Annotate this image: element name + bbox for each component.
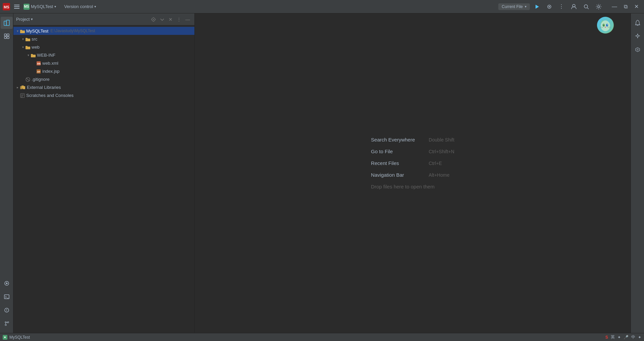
minimize-panel-btn[interactable]: — (184, 16, 192, 23)
web-name: web (32, 45, 40, 50)
svg-line-10 (587, 8, 589, 9)
version-control-dropdown-icon: ▾ (94, 5, 96, 8)
sidebar-structure-icon[interactable] (1, 30, 13, 42)
plugins-icon[interactable] (632, 44, 644, 56)
avatar-image (597, 17, 614, 34)
svg-rect-15 (7, 34, 9, 36)
left-sidebar (0, 13, 13, 333)
project-dropdown-icon: ▾ (54, 5, 56, 8)
recent-files-shortcut: Ctrl+E (429, 161, 442, 166)
bottom-bar: ■ MySQLTest S 英 ✦ 🎤 中 ✦ (0, 333, 644, 341)
panel-title-dropdown[interactable]: ▾ (31, 17, 33, 21)
panel-header: Project ▾ (13, 13, 194, 25)
tree-extlibs[interactable]: ▸ External Libraries (13, 83, 194, 91)
notifications-icon[interactable] (632, 17, 644, 29)
sidebar-git-icon[interactable] (1, 318, 13, 330)
minimize-button[interactable]: — (609, 3, 620, 10)
svg-point-9 (584, 5, 588, 8)
tree-webinf[interactable]: ▾ WEB-INF (13, 51, 194, 59)
close-button[interactable]: ✕ (632, 3, 641, 10)
svg-marker-19 (6, 282, 8, 284)
extlibs-arrow: ▸ (15, 86, 20, 89)
version-control-selector[interactable]: Version control ▾ (64, 4, 96, 9)
webxml-icon: XML (36, 60, 41, 66)
title-bar-left: MS MS MySQLTest ▾ Version control ▾ (3, 3, 96, 11)
svg-point-29 (153, 19, 154, 20)
close-panel-btn[interactable]: ✕ (167, 16, 174, 23)
input-method-5: 中 (631, 334, 635, 340)
tree-gitignore[interactable]: .gitignore (13, 75, 194, 83)
svg-line-39 (27, 78, 29, 81)
extlibs-name: External Libraries (27, 85, 61, 90)
svg-rect-42 (23, 86, 25, 89)
sidebar-terminal-icon[interactable] (1, 291, 13, 303)
nav-bar-shortcut: Alt+Home (429, 172, 450, 178)
sidebar-project-icon[interactable] (1, 17, 13, 29)
tree-webxml[interactable]: XML web.xml (13, 59, 194, 67)
collapse-all-btn[interactable] (158, 16, 166, 23)
title-bar: MS MS MySQLTest ▾ Version control ▾ Curr… (0, 0, 644, 13)
search-button[interactable] (582, 3, 591, 11)
svg-point-50 (601, 20, 610, 31)
panel-actions: ✕ ⋮ — (149, 16, 192, 23)
ai-assistant-icon[interactable] (632, 30, 644, 42)
more-icon: ⋮ (177, 17, 181, 22)
tree-root[interactable]: ▾ MySQLTest E:\Javastudy\MySQLTest (13, 27, 194, 35)
tree-src[interactable]: ▾ src (13, 35, 194, 43)
gitignore-icon (26, 76, 30, 82)
input-method-6: ✦ (638, 335, 641, 340)
current-file-label: Current File (502, 4, 523, 9)
scratches-name: Scratches and Consoles (26, 93, 74, 98)
goto-file-label: Go to File (371, 149, 425, 154)
svg-point-26 (5, 324, 6, 326)
sidebar-run-icon[interactable] (1, 277, 13, 289)
settings-button[interactable] (594, 2, 604, 11)
debug-button[interactable] (545, 3, 554, 11)
account-button[interactable] (569, 2, 579, 11)
indexjsp-name: index.jsp (42, 69, 59, 74)
indexjsp-icon: JSP (36, 68, 41, 74)
webxml-name: web.xml (42, 61, 58, 66)
project-panel: Project ▾ (13, 13, 195, 333)
nav-bar-label: Navigation Bar (371, 172, 425, 178)
bottom-bar-left: ■ MySQLTest (3, 335, 30, 340)
tree-scratches[interactable]: Scratches and Consoles (13, 91, 194, 99)
current-file-dropdown-icon: ▾ (525, 5, 526, 8)
search-everywhere-shortcut: Double Shift (429, 137, 454, 143)
tree-indexjsp[interactable]: JSP index.jsp (13, 67, 194, 75)
restore-button[interactable]: ⧉ (621, 3, 630, 10)
right-sidebar (631, 13, 644, 333)
sidebar-problems-icon[interactable] (1, 304, 13, 316)
svg-rect-14 (4, 34, 6, 36)
close-icon: ✕ (169, 17, 173, 22)
goto-file-shortcut: Ctrl+Shift+N (429, 149, 454, 154)
project-name: MySQLTest (31, 4, 53, 9)
run-button[interactable] (533, 3, 542, 11)
root-name: MySQLTest (26, 29, 48, 34)
version-control-label: Version control (64, 4, 93, 9)
svg-point-55 (605, 27, 606, 27)
svg-text:XML: XML (37, 63, 41, 65)
src-arrow: ▾ (20, 37, 26, 41)
run-config-selector[interactable]: Current File ▾ (498, 3, 530, 10)
locate-btn[interactable] (149, 16, 157, 23)
input-method-3: ✦ (617, 335, 621, 340)
hamburger-menu[interactable] (13, 3, 21, 11)
more-options-button[interactable]: ⋮ (557, 2, 566, 11)
svg-rect-17 (7, 37, 9, 39)
hint-search-everywhere: Search Everywhere Double Shift (371, 137, 454, 143)
project-selector[interactable]: MS MySQLTest ▾ (24, 4, 56, 10)
scratches-icon (20, 93, 25, 98)
src-name: src (32, 37, 37, 42)
hint-goto-file: Go to File Ctrl+Shift+N (371, 149, 454, 154)
svg-text:MS: MS (4, 5, 9, 9)
svg-rect-12 (4, 21, 6, 25)
input-method-2: 英 (611, 334, 615, 340)
webinf-name: WEB-INF (37, 53, 55, 58)
gitignore-name: .gitignore (32, 77, 49, 82)
web-arrow: ▾ (20, 45, 26, 49)
hint-recent-files: Recent Files Ctrl+E (371, 160, 454, 166)
svg-rect-2 (14, 5, 19, 5)
tree-web[interactable]: ▾ web (13, 43, 194, 51)
more-panel-btn[interactable]: ⋮ (175, 16, 183, 23)
